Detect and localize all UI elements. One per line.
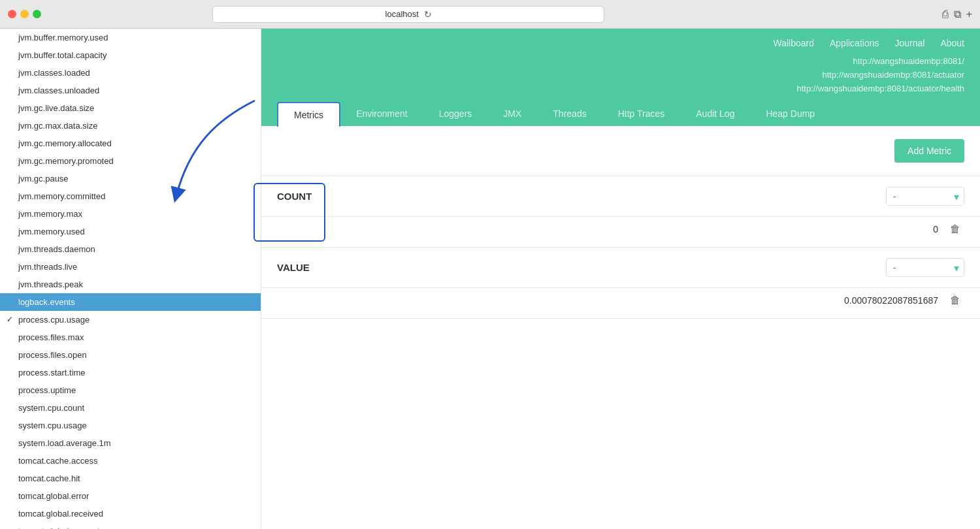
nav-link-about[interactable]: About [940, 38, 964, 48]
sidebar-item[interactable]: tomcat.global.request [0, 522, 261, 529]
minimize-button[interactable] [20, 10, 29, 18]
nav-link-journal[interactable]: Journal [894, 38, 924, 48]
metric-header-row: Add Metric [261, 126, 980, 176]
sidebar-item[interactable]: jvm.threads.peak [0, 276, 261, 293]
url-text: localhost [385, 9, 419, 19]
sidebar-item[interactable]: system.cpu.usage [0, 417, 261, 434]
refresh-icon[interactable]: ↻ [424, 9, 432, 20]
sidebar-item[interactable]: jvm.gc.max.data.size [0, 117, 261, 135]
sidebar-item[interactable]: jvm.threads.daemon [0, 240, 261, 258]
delete-metric-button[interactable]: 🗑 [946, 293, 964, 308]
sidebar-item[interactable]: jvm.classes.loaded [0, 64, 261, 82]
tab-audit-log[interactable]: Audit Log [680, 102, 750, 126]
nav-link-applications[interactable]: Applications [830, 38, 879, 48]
share-button[interactable]: ⎙ [942, 8, 949, 20]
app-header: WallboardApplicationsJournalAbout http:/… [261, 29, 980, 126]
tabs-row: MetricsEnvironmentLoggersJMXThreadsHttp … [277, 102, 964, 126]
url-item: http://wangshuaidembp:8081/actuator [796, 69, 964, 82]
split-button[interactable]: ⧉ [954, 8, 961, 20]
sidebar-item[interactable]: jvm.gc.memory.allocated [0, 135, 261, 152]
metric-value: 0 [933, 224, 938, 234]
metrics-content: Add Metric COUNT-0🗑VALUE-0.0007802208785… [261, 126, 980, 529]
sidebar-item[interactable]: logback.events [0, 293, 261, 311]
sidebar-item[interactable]: jvm.memory.used [0, 223, 261, 240]
metric-label: COUNT [277, 191, 355, 202]
sidebar-item[interactable]: system.load.average.1m [0, 434, 261, 452]
new-tab-button[interactable]: + [966, 8, 972, 20]
toolbar-right: ⎙ ⧉ + [942, 8, 972, 20]
urls-list: http://wangshuaidembp:8081/http://wangsh… [796, 55, 964, 95]
sidebar-item[interactable]: jvm.classes.unloaded [0, 82, 261, 99]
tab-metrics[interactable]: Metrics [277, 102, 340, 127]
tab-threads[interactable]: Threads [537, 102, 602, 126]
tab-http-traces[interactable]: Http Traces [602, 102, 681, 126]
metric-value-row: 0🗑 [261, 217, 980, 248]
metric-value-row: 0.00078022087851687🗑 [261, 288, 980, 319]
tab-heap-dump[interactable]: Heap Dump [750, 102, 830, 126]
nav-link-wallboard[interactable]: Wallboard [773, 38, 814, 48]
sidebar-item[interactable]: tomcat.global.error [0, 487, 261, 505]
metric-value: 0.00078022087851687 [844, 295, 938, 306]
sidebar-item[interactable]: process.start.time [0, 364, 261, 381]
sidebar-item[interactable]: process.files.max [0, 329, 261, 346]
maximize-button[interactable] [33, 10, 41, 18]
sidebar-item[interactable]: jvm.buffer.memory.used [0, 29, 261, 46]
url-item: http://wangshuaidembp:8081/ [796, 55, 964, 69]
sidebar-item[interactable]: process.cpu.usage [0, 311, 261, 329]
url-item: http://wangshuaidembp:8081/actuator/heal… [796, 82, 964, 96]
sidebar-item[interactable]: jvm.gc.memory.promoted [0, 152, 261, 170]
metric-select-value[interactable]: - [886, 258, 964, 277]
add-metric-button[interactable]: Add Metric [894, 139, 964, 163]
traffic-lights [8, 10, 41, 18]
sidebar-item[interactable]: tomcat.global.received [0, 505, 261, 522]
tab-loggers[interactable]: Loggers [423, 102, 488, 126]
tab-jmx[interactable]: JMX [487, 102, 537, 126]
metric-label-row: VALUE- [261, 248, 980, 288]
sidebar: jvm.buffer.memory.usedjvm.buffer.total.c… [0, 29, 261, 529]
main-content: WallboardApplicationsJournalAbout http:/… [261, 29, 980, 529]
sidebar-item[interactable]: jvm.buffer.total.capacity [0, 46, 261, 64]
sidebar-item[interactable]: jvm.gc.live.data.size [0, 99, 261, 117]
sidebar-item[interactable]: system.cpu.count [0, 399, 261, 417]
sidebar-item[interactable]: tomcat.cache.access [0, 452, 261, 470]
sidebar-item[interactable]: jvm.gc.pause [0, 170, 261, 187]
metric-label: VALUE [277, 262, 355, 273]
tab-environment[interactable]: Environment [340, 102, 423, 126]
sidebar-item[interactable]: tomcat.cache.hit [0, 470, 261, 487]
delete-metric-button[interactable]: 🗑 [946, 222, 964, 236]
sidebar-item[interactable]: jvm.memory.committed [0, 187, 261, 205]
sidebar-item[interactable]: jvm.threads.live [0, 258, 261, 276]
metric-label-row: COUNT- [261, 176, 980, 217]
address-bar[interactable]: localhost ↻ [212, 6, 604, 23]
sidebar-item[interactable]: process.files.open [0, 346, 261, 364]
sidebar-item[interactable]: process.uptime [0, 381, 261, 399]
nav-links: WallboardApplicationsJournalAbout [773, 38, 964, 48]
metric-select-count[interactable]: - [886, 187, 964, 206]
sidebar-item[interactable]: jvm.memory.max [0, 205, 261, 223]
title-bar: localhost ↻ ⎙ ⧉ + [0, 0, 980, 29]
close-button[interactable] [8, 10, 16, 18]
